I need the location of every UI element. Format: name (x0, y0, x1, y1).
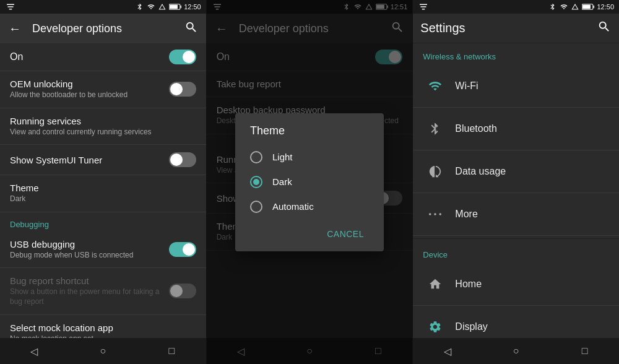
nav-home-3[interactable]: ○ (504, 345, 529, 357)
svg-rect-2 (181, 6, 181, 8)
on-toggle-label-1: On (10, 51, 23, 63)
oem-unlocking-title: OEM unlocking (10, 79, 169, 89)
theme-text: Theme Dark (10, 183, 196, 204)
signal-icon-3 (571, 3, 579, 11)
dialog-option-light[interactable]: Light (235, 145, 384, 170)
oem-unlocking-subtitle: Allow the bootloader to be unlocked (10, 90, 169, 100)
on-toggle-knob-1 (183, 51, 195, 63)
search-button-3[interactable] (597, 20, 612, 37)
data-usage-label: Data usage (455, 166, 506, 177)
bug-report-knob (170, 285, 183, 297)
settings-item-data-usage[interactable]: Data usage (413, 150, 619, 193)
list-item-usb-debugging[interactable]: USB debugging Debug mode when USB is con… (0, 232, 206, 269)
bug-report-text: Bug report shortcut Show a button in the… (10, 275, 169, 306)
nav-home-1[interactable]: ○ (90, 345, 115, 357)
bluetooth-icon (423, 116, 448, 141)
mock-location-title: Select mock location app (10, 323, 196, 333)
systemui-tuner-toggle[interactable] (169, 152, 196, 167)
list-item-bug-report[interactable]: Bug report shortcut Show a button in the… (0, 268, 206, 314)
status-icons-left-1 (5, 1, 16, 12)
signal-icon-1 (158, 3, 167, 11)
radio-light (250, 151, 262, 163)
status-bar-1: 12:50 (0, 0, 206, 14)
wifi-icon (423, 74, 448, 98)
radio-dark-inner (253, 179, 259, 185)
list-item-oem-unlocking[interactable]: OEM unlocking Allow the bootloader to be… (0, 71, 206, 108)
wifi-status-icon-3 (560, 3, 568, 11)
dialog-option-automatic[interactable]: Automatic (235, 194, 384, 219)
on-toggle-switch-1[interactable] (169, 50, 196, 64)
display-label: Display (455, 321, 487, 332)
settings-item-more[interactable]: More (413, 193, 619, 236)
debugging-section-header: Debugging (0, 212, 206, 232)
status-icons-left-3 (418, 1, 429, 12)
dialog-cancel-button[interactable]: CANCEL (317, 224, 374, 244)
oem-unlocking-knob (170, 83, 183, 95)
status-time-3: 12:50 (597, 3, 614, 11)
bluetooth-status-icon-1 (136, 3, 144, 11)
app-bar-3: Settings (413, 14, 619, 43)
back-button-1[interactable]: ← (7, 22, 22, 36)
status-icons-right-3: 12:50 (548, 3, 614, 11)
list-item-theme[interactable]: Theme Dark (0, 175, 206, 212)
usb-debugging-text: USB debugging Debug mode when USB is con… (10, 239, 169, 261)
search-button-1[interactable] (184, 20, 199, 37)
usb-debugging-subtitle: Debug mode when USB is connected (10, 251, 169, 261)
settings-item-home[interactable]: Home (413, 263, 619, 306)
running-services-title: Running services (10, 116, 196, 126)
mock-location-text: Select mock location app No mock locatio… (10, 323, 196, 338)
svg-point-9 (429, 213, 431, 215)
notification-icon-3 (418, 1, 429, 12)
status-bar-3: 12:50 (413, 0, 619, 14)
nav-back-3[interactable]: ◁ (435, 345, 460, 357)
svg-rect-8 (594, 6, 594, 8)
oem-unlocking-toggle[interactable] (169, 82, 196, 97)
list-item-running-services[interactable]: Running services View and control curren… (0, 108, 206, 145)
svg-rect-7 (583, 5, 591, 9)
app-bar-title-3: Settings (420, 21, 597, 35)
nav-recent-3[interactable]: □ (573, 345, 597, 357)
data-usage-icon (423, 159, 448, 184)
bluetooth-status-icon-3 (548, 3, 557, 11)
panel-developer-options-1: 12:50 ← Developer options On OEM unlocki… (0, 0, 207, 364)
wifi-label: Wi-Fi (455, 80, 478, 92)
radio-dark (250, 176, 262, 188)
bug-report-toggle[interactable] (169, 284, 196, 298)
svg-rect-1 (170, 5, 178, 9)
device-section-header: Device (413, 241, 619, 263)
usb-debugging-knob (183, 243, 195, 256)
app-bar-1: ← Developer options (0, 14, 206, 43)
bluetooth-label: Bluetooth (455, 123, 497, 134)
usb-debugging-toggle[interactable] (169, 242, 196, 257)
dialog-option-dark[interactable]: Dark (235, 170, 384, 194)
theme-dialog: Theme Light Dark Automatic CA (235, 113, 384, 251)
systemui-tuner-knob (170, 154, 183, 166)
nav-back-1[interactable]: ◁ (22, 345, 46, 357)
battery-icon-3 (582, 3, 594, 11)
list-item-mock-location[interactable]: Select mock location app No mock locatio… (0, 315, 206, 338)
settings-item-bluetooth[interactable]: Bluetooth (413, 108, 619, 150)
dialog-option-automatic-label: Automatic (272, 201, 314, 212)
nav-bar-1: ◁ ○ □ (0, 338, 206, 364)
main-toggle-container-1[interactable]: On (0, 43, 206, 71)
search-icon-1 (184, 20, 198, 34)
theme-title: Theme (10, 183, 196, 193)
settings-item-display[interactable]: Display (413, 306, 619, 338)
display-icon (423, 314, 448, 338)
nav-bar-3: ◁ ○ □ (413, 338, 619, 364)
dialog-title: Theme (235, 113, 384, 145)
running-services-subtitle: View and control currently running servi… (10, 128, 196, 137)
wireless-section-header: Wireless & networks (413, 43, 619, 65)
systemui-tuner-text: Show SystemUI Tuner (10, 155, 169, 165)
dialog-option-dark-label: Dark (272, 176, 292, 187)
dialog-option-light-label: Light (272, 152, 293, 162)
nav-recent-1[interactable]: □ (159, 345, 184, 357)
more-label: More (455, 209, 477, 220)
section-divider (413, 238, 619, 239)
search-icon-3 (597, 20, 611, 33)
status-time-1: 12:50 (184, 3, 201, 11)
list-item-systemui-tuner[interactable]: Show SystemUI Tuner (0, 145, 206, 175)
settings-item-wifi[interactable]: Wi-Fi (413, 65, 619, 108)
svg-point-10 (435, 213, 437, 215)
content-3: Wireless & networks Wi-Fi Bluetooth Data… (413, 43, 619, 338)
